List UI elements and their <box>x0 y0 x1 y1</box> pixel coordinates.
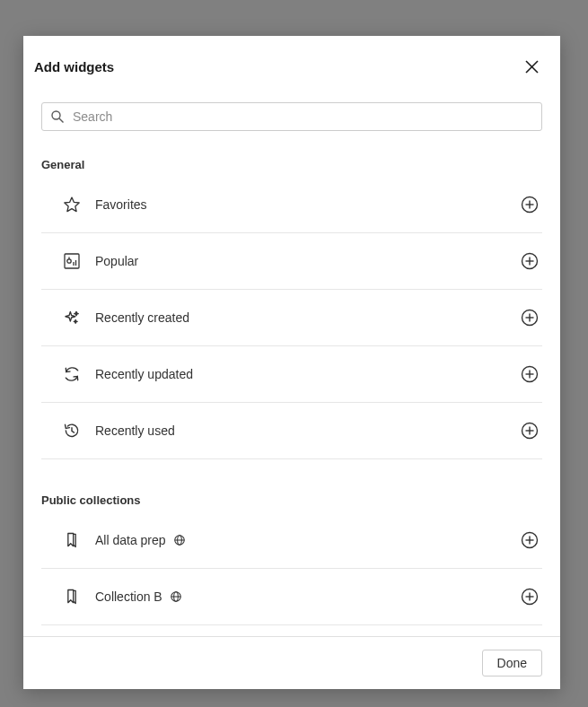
globe-icon <box>173 534 186 546</box>
add-button[interactable] <box>521 588 539 606</box>
add-widgets-modal: Add widgets General <box>23 36 560 689</box>
section-heading-public-collections: Public collections <box>41 493 542 507</box>
widget-label: Favorites <box>81 197 521 212</box>
refresh-icon <box>63 365 81 383</box>
widget-label: All data prep <box>81 533 521 547</box>
add-button[interactable] <box>521 365 539 383</box>
plus-circle-icon <box>521 252 539 270</box>
search-wrap <box>41 102 542 131</box>
history-icon <box>63 422 81 440</box>
done-button[interactable]: Done <box>482 650 542 676</box>
popular-icon <box>63 252 81 270</box>
add-button[interactable] <box>521 422 539 440</box>
widget-row-favorites: Favorites <box>41 177 542 233</box>
modal-title: Add widgets <box>34 59 114 74</box>
section-heading-general: General <box>41 158 542 171</box>
search-input[interactable] <box>41 102 542 131</box>
widget-row-collection-b: Collection B <box>41 569 542 625</box>
widget-label: Recently updated <box>81 367 521 381</box>
plus-circle-icon <box>521 309 539 327</box>
widget-row-recently-updated: Recently updated <box>41 346 542 403</box>
modal-footer: Done <box>23 636 560 689</box>
bookmark-collection-icon <box>63 588 81 606</box>
svg-marker-4 <box>65 197 79 212</box>
plus-circle-icon <box>521 365 539 383</box>
widget-label: Popular <box>81 254 521 268</box>
plus-circle-icon <box>521 531 539 549</box>
add-button[interactable] <box>521 531 539 549</box>
plus-circle-icon <box>521 588 539 606</box>
add-button[interactable] <box>521 252 539 270</box>
svg-point-2 <box>52 111 60 119</box>
widget-row-recently-created: Recently created <box>41 290 542 346</box>
plus-circle-icon <box>521 422 539 440</box>
bookmark-collection-icon <box>63 531 81 549</box>
close-button[interactable] <box>521 56 542 77</box>
modal-header: Add widgets <box>23 36 560 86</box>
widget-label-text: All data prep <box>95 533 166 547</box>
add-button[interactable] <box>521 196 539 214</box>
svg-line-3 <box>59 118 64 123</box>
widget-label: Recently used <box>81 423 521 438</box>
modal-body[interactable]: General Favorites <box>23 86 560 636</box>
widget-label: Collection B <box>81 589 521 604</box>
widget-row-all-data-prep: All data prep <box>41 512 542 569</box>
close-icon <box>525 60 539 74</box>
widget-row-popular: Popular <box>41 233 542 290</box>
star-icon <box>63 196 81 214</box>
add-button[interactable] <box>521 309 539 327</box>
globe-icon <box>170 590 182 603</box>
plus-circle-icon <box>521 196 539 214</box>
widget-label: Recently created <box>81 310 521 325</box>
sparkle-icon <box>63 309 81 327</box>
search-icon <box>50 109 65 124</box>
widget-row-recently-used: Recently used <box>41 403 542 459</box>
svg-point-9 <box>67 259 71 263</box>
widget-label-text: Collection B <box>95 589 162 604</box>
